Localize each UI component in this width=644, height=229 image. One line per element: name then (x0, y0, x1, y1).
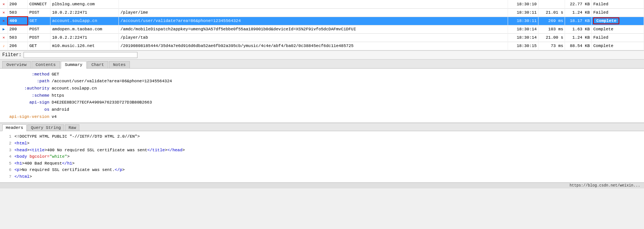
error-icon: ✕ (3, 11, 5, 15)
line-content: </html> (14, 174, 32, 179)
result-cell: Complete (592, 42, 644, 50)
detail-label: api-sign (4, 99, 49, 106)
tab-notes[interactable]: Notes (109, 61, 130, 68)
duration-cell: 21.01 s (538, 8, 565, 17)
detail-value: D4E2EE8B3C77ECFA4909A76233D727D3B80B2663 (52, 99, 152, 106)
main-tabs: OverviewContentsSummaryChartNotes (0, 60, 644, 69)
size-cell: 88.54 KB (565, 42, 592, 50)
size-cell: 1.24 KB (565, 8, 592, 17)
host-cell: 10.0.2.2:22471 (51, 8, 119, 17)
time-cell: 18:30:14 (508, 25, 538, 33)
api-sign-version-label: api-sign-version (4, 113, 49, 121)
code-line: 1<!DOCTYPE HTML PUBLIC "-//IETF//DTD HTM… (4, 133, 640, 140)
error-icon: ✕ (3, 2, 5, 6)
detail-row: :scheme https (4, 92, 640, 99)
detail-label: :authority (4, 85, 49, 92)
method-cell: CONNECT (28, 0, 51, 8)
detail-value: /account/user/validate?area=86&phone=123… (52, 78, 172, 85)
method-cell: GET (28, 42, 51, 50)
duration-cell: 269 ms (538, 17, 565, 25)
result-cell: Failed (592, 33, 644, 42)
tab-overview[interactable]: Overview (2, 61, 31, 68)
detail-label: :method (4, 71, 49, 78)
host-cell: plbslog.umeng.com (51, 0, 119, 8)
sub-tab-raw[interactable]: Raw (65, 124, 79, 131)
detail-value: android (52, 106, 69, 113)
detail-row: :method GET (4, 71, 640, 78)
table-row[interactable]: ▶ 200 POST amdopen.m.taobao.com /amdc/mo… (0, 25, 644, 33)
tab-contents[interactable]: Contents (32, 61, 60, 68)
result-cell: Complete (592, 25, 644, 33)
error-icon: ✕ (2, 19, 5, 23)
filter-label: Filter: (2, 52, 21, 58)
line-content: <!DOCTYPE HTML PUBLIC "-//IETF//DTD HTML… (14, 134, 140, 139)
footer-url: https://blog.csdn.net/weixin... (570, 184, 640, 188)
line-number: 4 (4, 154, 11, 160)
line-content: <p>No required SSL certificate was sent.… (14, 168, 125, 172)
size-cell: 18.17 KB (565, 17, 592, 25)
detail-label: :scheme (4, 92, 49, 99)
icon-cell: ♪ (0, 42, 8, 50)
filter-input[interactable] (24, 52, 137, 58)
status-cell: 200 (8, 25, 28, 33)
table-row[interactable]: ✕ 503 POST 10.0.2.2:22471 /player/tab 18… (0, 33, 644, 42)
line-number: 3 (4, 147, 11, 154)
detail-row: api-sign D4E2EE8B3C77ECFA4909A76233D727D… (4, 99, 640, 106)
detail-value: account.soulapp.cn (52, 85, 97, 92)
media-icon: ♪ (3, 44, 5, 48)
time-cell: 18:30:10 (508, 0, 538, 8)
line-content: <html> (14, 141, 30, 146)
result-cell: Failed (592, 8, 644, 17)
icon-cell: ✕ (0, 17, 8, 25)
arrow-icon: ▶ (3, 27, 5, 31)
duration-cell: 73 ms (538, 42, 565, 50)
line-number: 7 (4, 174, 11, 180)
table-row[interactable]: ✕ 503 POST 10.0.2.2:22471 /player/ime 18… (0, 8, 644, 17)
api-sign-version-row: api-sign-version v4 (4, 113, 640, 121)
line-number: 1 (4, 133, 11, 140)
status-cell: 400 (8, 17, 28, 25)
code-line: 5<h1>400 Bad Request</h1> (4, 160, 640, 167)
time-cell: 18:30:15 (508, 42, 538, 50)
code-line: 4<body bgcolor="white"> (4, 154, 640, 160)
sub-tab-headers[interactable]: Headers (2, 124, 27, 131)
host-cell: account.soulapp.cn (51, 17, 119, 25)
filter-bar: Filter: (0, 50, 644, 60)
network-table: ✕ 200 CONNECT plbslog.umeng.com 18:30:10… (0, 0, 644, 50)
method-cell: GET (28, 17, 51, 25)
icon-cell: ✕ (0, 8, 8, 17)
tab-summary[interactable]: Summary (61, 61, 87, 69)
details-panel: :method GET :path /account/user/validate… (0, 69, 644, 123)
result-cell: Failed (592, 0, 644, 8)
detail-value: GET (52, 71, 59, 78)
method-cell: POST (28, 8, 51, 17)
url-cell (119, 0, 508, 8)
host-cell: m10.music.126.net (51, 42, 119, 50)
size-cell: 1.24 KB (565, 33, 592, 42)
size-cell: 22.77 KB (565, 0, 592, 8)
tab-chart[interactable]: Chart (87, 61, 108, 68)
time-cell: 18:30:14 (508, 33, 538, 42)
time-cell: 18:30:11 (508, 8, 538, 17)
table-row[interactable]: ✕ 400 GET account.soulapp.cn /account/us… (0, 17, 644, 25)
api-sign-version-value: v4 (52, 113, 57, 121)
footer-bar: https://blog.csdn.net/weixin... (0, 182, 644, 188)
url-cell: /player/ime (119, 8, 508, 17)
status-cell: 503 (8, 33, 28, 42)
host-cell: 10.0.2.2:22471 (51, 33, 119, 42)
table-row[interactable]: ♪ 206 GET m10.music.126.net /20190808185… (0, 42, 644, 50)
code-line: 6<p>No required SSL certificate was sent… (4, 167, 640, 174)
error-icon: ✕ (3, 36, 5, 40)
code-line: 3<head><title>400 No required SSL certif… (4, 147, 640, 154)
duration-cell: 21.00 s (538, 33, 565, 42)
url-cell: /20190808185444/35d4a7e6d916d6dba52ae6fb… (119, 42, 508, 50)
sub-tab-query-string[interactable]: Query String (27, 124, 64, 131)
duration-cell: 103 ms (538, 25, 565, 33)
time-cell: 18:30:11 (508, 17, 538, 25)
detail-row: :path /account/user/validate?area=86&pho… (4, 78, 640, 85)
line-content: <head><title>400 No required SSL certifi… (14, 148, 185, 152)
table-row[interactable]: ✕ 200 CONNECT plbslog.umeng.com 18:30:10… (0, 0, 644, 8)
detail-row: os android (4, 106, 640, 113)
detail-row: :authority account.soulapp.cn (4, 85, 640, 92)
method-cell: POST (28, 25, 51, 33)
